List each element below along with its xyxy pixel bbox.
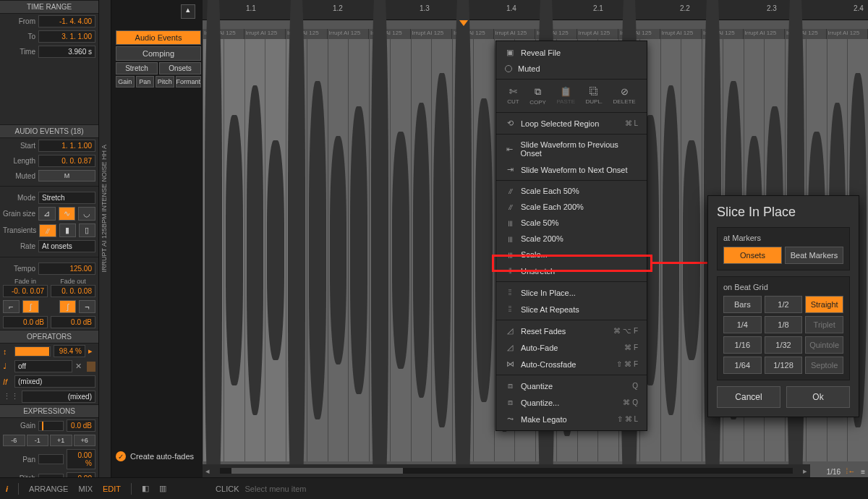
pitch-value[interactable]: 0.00 [67,472,95,477]
horizontal-scrollbar[interactable]: ◂ ▸ [203,464,810,477]
pointer-tool[interactable]: ▴ [181,4,195,19]
tab-pan[interactable]: Pan [136,76,155,88]
tempo-value[interactable]: 125.00 [38,263,95,275]
waveform-slice[interactable] [660,39,681,461]
panel-toggle-2[interactable]: ▥ [159,484,166,493]
zoom-value[interactable]: 1/16 [827,468,841,476]
color-swatch[interactable] [87,362,95,372]
op-pct-slider[interactable] [14,346,51,357]
waveform-slice[interactable] [286,39,307,461]
gain-step-p6[interactable]: +6 [74,435,96,446]
ctx-scale-each-50[interactable]: ⫽Scale Each 50% [496,183,647,199]
waveform-slice[interactable] [328,39,349,461]
ctx-slide-prev[interactable]: ⇤Slide Waveform to Previous Onset [496,137,647,161]
ctx-make-legato[interactable]: ⤳Make Legato⇧ ⌘ L [496,411,647,427]
pan-slider[interactable] [38,454,64,464]
clip-segment-label[interactable]: Irrupt AI 125 [411,29,453,39]
tab-stretch[interactable]: Stretch [116,62,158,74]
start-value[interactable]: 1. 1. 1.00 [38,140,95,152]
grid-1-128[interactable]: 1/128 [765,357,803,374]
waveform-slice[interactable] [265,39,286,461]
grid-septole[interactable]: Septole [805,357,843,374]
scroll-right-icon[interactable]: ▸ [800,466,810,476]
ctx-slide-next[interactable]: ⇥Slide Waveform to Next Onset [496,161,647,178]
cancel-button[interactable]: Cancel [717,386,780,408]
waveform-slice[interactable] [681,39,702,461]
tab-formant[interactable]: Formant [176,76,202,88]
ctx-auto-fade[interactable]: ◿Auto-Fade⌘ F [496,339,647,356]
waveform-slice[interactable] [411,39,432,461]
grid-1-16[interactable]: 1/16 [723,336,762,354]
clip-segment-label[interactable]: Irrupt AI 125 [328,29,370,39]
auto-fades-toggle[interactable]: ✓ Create auto-fades [116,451,194,461]
from-value[interactable]: -1. 4. 4.00 [38,15,95,27]
grid-triplet[interactable]: Triplet [805,316,843,333]
waveform-slice[interactable] [244,39,265,461]
grid-quintole[interactable]: Quintole [805,336,843,354]
scroll-left-icon[interactable]: ◂ [203,466,213,476]
waveform-slice[interactable] [224,39,244,461]
grid-1-4[interactable]: 1/4 [723,316,762,333]
waveform-slice[interactable] [473,39,494,461]
ctx-reset-fades[interactable]: ◿Reset Fades⌘ ⌥ F [496,323,647,339]
clip-segment-label[interactable]: Irrupt AI 125 [244,29,286,39]
waveform-slice[interactable] [348,39,369,461]
seg-onsets[interactable]: Onsets [723,247,782,264]
view-mix[interactable]: MIX [78,485,93,493]
ctx-reveal-file[interactable]: ▣Reveal File [496,44,647,61]
gain-step-m6[interactable]: -6 [3,435,25,446]
view-arrange[interactable]: ARRANGE [29,485,68,493]
grain-opt-1[interactable]: ⊿ [38,207,56,221]
ctx-quantize-dlg[interactable]: ⧈Quantize...⌘ Q [496,394,647,411]
trans-opt-1[interactable]: ⫽ [39,224,56,237]
ctx-copy[interactable]: ⧉COPY [529,86,546,106]
mode-select[interactable]: Stretch [38,192,95,204]
ctx-slice-at-repeats[interactable]: ⦙⦙Slice At Repeats [496,301,647,317]
snap-icon[interactable]: ⦙← [846,467,855,476]
ctx-loop-selected[interactable]: ⟲Loop Selected Region⌘ L [496,115,647,132]
ctx-unstretch[interactable]: ⦀Unstretch [496,263,647,279]
clip-segment-label[interactable]: Irrupt AI 125 [577,29,619,39]
tab-comping[interactable]: Comping [116,46,201,61]
ctx-scale-200[interactable]: ⫼Scale 200% [496,231,647,247]
clip-segment-label[interactable]: Irrupt AI 125 [744,29,786,39]
grid-1-8[interactable]: 1/8 [765,316,803,333]
tab-onsets[interactable]: Onsets [159,62,201,74]
muted-button[interactable]: M [38,170,95,182]
rate-select[interactable]: At onsets [38,240,95,252]
scrollbar-thumb[interactable] [231,468,404,474]
ctx-muted[interactable]: Muted [496,61,647,77]
seg-beat-markers[interactable]: Beat Markers [785,247,843,264]
fade-out-value[interactable]: 0. 0. 0.08 [51,285,95,297]
to-value[interactable]: 3. 1. 1.00 [38,30,95,43]
ctx-scale[interactable]: ⫼Scale... [496,247,647,263]
grain-opt-3[interactable]: ◡ [78,207,95,221]
op-off[interactable]: off [14,360,72,372]
waveform-slice[interactable] [203,39,224,461]
clip-segment-label[interactable]: Irrupt AI 125 [827,29,869,39]
x-icon[interactable]: ✕ [75,362,84,371]
gain-slider[interactable] [38,421,64,431]
grid-straight[interactable]: Straight [805,296,843,313]
gain-step-m1[interactable]: -1 [27,435,49,446]
pan-value[interactable]: 0.00 % [67,449,95,469]
fade-curve-out-2[interactable]: ¬ [79,300,95,313]
tab-pitch[interactable]: Pitch [156,76,174,88]
fade-curve-out-1[interactable]: ∫ [59,300,76,313]
op-mixed-2[interactable]: (mixed) [22,391,95,403]
ok-button[interactable]: Ok [786,386,850,408]
view-edit[interactable]: EDIT [103,485,121,493]
play-icon[interactable]: ▸ [88,346,95,356]
gain-value[interactable]: 0.0 dB [67,419,95,432]
waveform-slice[interactable] [390,39,411,461]
tab-gain[interactable]: Gain [116,76,135,88]
panel-toggle-1[interactable]: ◧ [142,484,149,493]
ctx-dupl[interactable]: ⿻DUPL. [586,86,603,106]
time-value[interactable]: 3.960 s [38,46,95,58]
op-pct-value[interactable]: 98.4 % [54,345,85,357]
trans-opt-2[interactable]: ▮ [59,223,76,237]
ctx-scale-50[interactable]: ⫼Scale 50% [496,215,647,231]
ctx-scale-each-200[interactable]: ⫽Scale Each 200% [496,199,647,215]
ctx-cut[interactable]: ✄CUT [507,86,519,106]
gain-step-p1[interactable]: +1 [50,435,72,446]
